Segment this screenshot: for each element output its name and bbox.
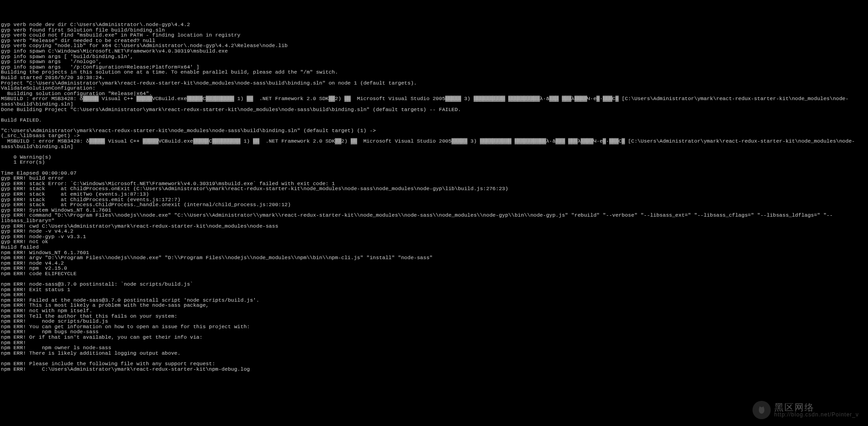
terminal-line: gyp info spawn C:\Windows\Microsoft.NET\…	[1, 48, 867, 54]
terminal-line: npm ERR! Exit status 1	[1, 287, 867, 293]
terminal-line: npm ERR! node v4.4.2	[1, 261, 867, 266]
terminal-line: gyp ERR! node -v v4.4.2	[1, 229, 867, 234]
terminal-line: 1 Error(s)	[1, 160, 867, 165]
watermark-text: 黑区网络 http://blog.csdn.net/Pointer_v	[774, 403, 859, 417]
terminal-line: npm ERR! C:\Users\Administrator\ymark\re…	[1, 367, 867, 372]
terminal-line: npm ERR! Tell the author that this fails…	[1, 314, 867, 319]
terminal-output[interactable]: gyp verb node dev dir C:\Users\Administr…	[1, 22, 867, 372]
terminal-line: Build started 2016/5/20 10:38:24.	[1, 75, 867, 80]
terminal-line: Build failed	[1, 245, 867, 250]
watermark-logo-icon	[752, 401, 771, 419]
terminal-line: ValidateSolutionConfiguration:	[1, 85, 867, 91]
terminal-line: npm ERR! There is likely additional logg…	[1, 351, 867, 356]
terminal-line: gyp ERR! command "D:\\Program Files\\nod…	[1, 213, 867, 223]
terminal-line: npm ERR! not with npm itself.	[1, 308, 867, 314]
terminal-line: Done Building Project "C:\Users\Administ…	[1, 107, 867, 112]
terminal-line: 0 Warning(s)	[1, 154, 867, 160]
terminal-line: npm ERR! This is most likely a problem w…	[1, 303, 867, 308]
terminal-line: npm ERR! You can get information on how …	[1, 324, 867, 330]
terminal-line	[1, 165, 867, 170]
terminal-line: MSBUILD : error MSB3428: δ▓▓▓▓▓ Visual C…	[1, 138, 867, 149]
terminal-line: npm ERR!	[1, 340, 867, 346]
terminal-line: npm ERR! Or if that isn't available, you…	[1, 335, 867, 340]
terminal-line: Time Elapsed 00:00:00.07	[1, 170, 867, 176]
watermark: 黑区网络 http://blog.csdn.net/Pointer_v	[752, 401, 859, 419]
terminal-line: npm ERR! Please include the following fi…	[1, 361, 867, 367]
terminal-line: gyp ERR! node-gyp -v v3.3.1	[1, 234, 867, 240]
terminal-line: gyp info spawn args [ 'build/binding.sln…	[1, 54, 867, 59]
terminal-line: gyp info spawn args '/nologo',	[1, 59, 867, 64]
terminal-line: gyp ERR! not ok	[1, 239, 867, 245]
terminal-line: npm ERR! argv "D:\\Program Files\\nodejs…	[1, 255, 867, 261]
watermark-main-text: 黑区网络	[774, 403, 815, 412]
terminal-line: npm ERR! npm v2.15.0	[1, 266, 867, 271]
terminal-line: npm ERR! node-sass@3.7.0 postinstall: `n…	[1, 282, 867, 287]
watermark-sub-text: http://blog.csdn.net/Pointer_v	[774, 412, 859, 417]
terminal-line: Project "C:\Users\Administrator\ymark\re…	[1, 80, 867, 86]
terminal-line: MSBUILD : error MSB3428: δ▓▓▓▓▓ Visual C…	[1, 96, 867, 106]
terminal-line	[1, 112, 867, 117]
terminal-line: gyp ERR! stack at emitTwo (events.js:87:…	[1, 192, 867, 197]
terminal-line	[1, 149, 867, 154]
terminal-line: Building the projects in this solution o…	[1, 69, 867, 75]
terminal-line: gyp verb node dev dir C:\Users\Administr…	[1, 22, 867, 27]
terminal-line: npm ERR! code ELIFECYCLE	[1, 271, 867, 277]
terminal-line: Build FAILED.	[1, 117, 867, 123]
terminal-line: "C:\Users\Administrator\ymark\react-redu…	[1, 128, 867, 133]
terminal-line: gyp ERR! stack at Process.ChildProcess._…	[1, 202, 867, 208]
terminal-line: gyp ERR! cwd C:\Users\Administrator\ymar…	[1, 224, 867, 229]
